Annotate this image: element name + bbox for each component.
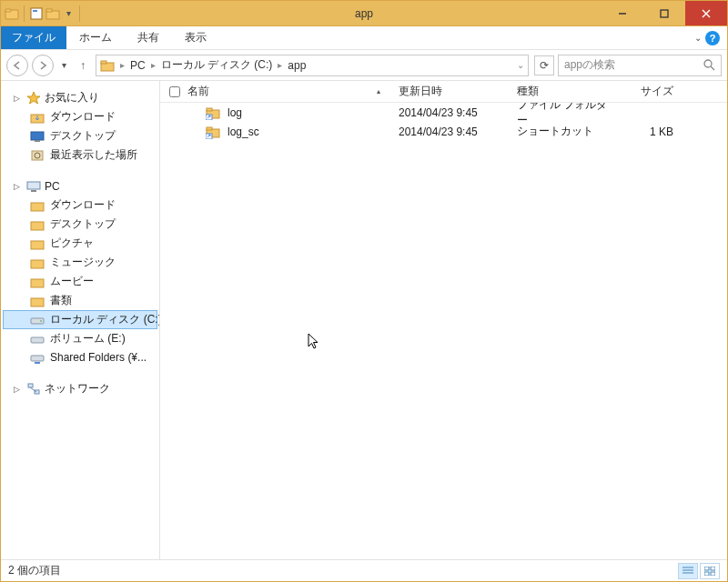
file-date: 2014/04/23 9:45: [399, 125, 517, 138]
svg-rect-2: [31, 8, 42, 19]
table-row[interactable]: log 2014/04/23 9:45 ファイル フォルダー: [160, 103, 727, 122]
search-icon: [703, 59, 715, 71]
sidebar-item-documents[interactable]: 書類: [3, 291, 157, 310]
network-drive-icon: [30, 350, 45, 365]
svg-line-8: [703, 10, 710, 17]
svg-rect-24: [31, 241, 44, 249]
column-type[interactable]: 種類: [517, 84, 617, 99]
sidebar-item-desktop[interactable]: デスクトップ: [3, 126, 157, 146]
sidebar-item-music[interactable]: ミュージック: [3, 253, 157, 272]
nav-forward-button[interactable]: [32, 55, 54, 76]
sidebar-item-shared-folders[interactable]: Shared Folders (¥...: [3, 348, 157, 366]
sidebar-network[interactable]: ▷ ネットワーク: [3, 379, 157, 398]
view-icons-button[interactable]: [700, 563, 720, 579]
svg-rect-5: [46, 9, 52, 12]
svg-rect-16: [31, 132, 44, 140]
sidebar-pc-label: PC: [45, 180, 60, 193]
folder-shortcut-icon: [206, 125, 220, 139]
pc-icon: [26, 179, 41, 194]
nav-up-button[interactable]: ↑: [74, 59, 92, 72]
search-input[interactable]: appの検索: [558, 55, 722, 76]
sidebar-item-videos[interactable]: ムービー: [3, 272, 157, 291]
column-name[interactable]: 名前 ▴: [184, 84, 399, 99]
sidebar-item-downloads[interactable]: ダウンロード: [3, 107, 157, 126]
chevron-right-icon: ▷: [14, 385, 23, 394]
ribbon-expand-icon[interactable]: ⌄: [694, 33, 702, 43]
sidebar-item-pc-desktop[interactable]: デスクトップ: [3, 215, 157, 234]
svg-rect-1: [5, 9, 11, 12]
svg-rect-3: [33, 10, 37, 12]
search-placeholder: appの検索: [564, 57, 615, 73]
crumb-folder[interactable]: app: [288, 59, 306, 72]
menu-share[interactable]: 共有: [125, 26, 172, 49]
close-button[interactable]: [685, 1, 727, 25]
sidebar-item-drive-e[interactable]: ボリューム (E:): [3, 329, 157, 348]
menu-file[interactable]: ファイル: [1, 26, 66, 49]
column-size[interactable]: サイズ: [617, 84, 681, 99]
crumb-sep-icon[interactable]: ▸: [151, 60, 156, 70]
sidebar-network-label: ネットワーク: [45, 381, 110, 396]
music-folder-icon: [30, 256, 45, 270]
svg-point-12: [704, 60, 712, 67]
file-list[interactable]: log 2014/04/23 9:45 ファイル フォルダー log_sc 20…: [160, 103, 727, 559]
videos-folder-icon: [30, 275, 45, 289]
chevron-right-icon: ▷: [14, 182, 23, 191]
file-name: log: [228, 106, 242, 119]
qat-open-folder-icon[interactable]: [46, 6, 60, 21]
status-item-count: 2 個の項目: [8, 563, 61, 578]
crumb-sep-icon[interactable]: ▸: [278, 60, 282, 70]
menubar: ファイル ホーム 共有 表示 ⌄ ?: [1, 26, 727, 50]
sidebar-pc[interactable]: ▷ PC: [3, 177, 157, 196]
svg-line-9: [703, 10, 710, 17]
svg-rect-31: [31, 356, 44, 361]
menu-home[interactable]: ホーム: [66, 26, 125, 49]
view-details-button[interactable]: [678, 563, 698, 579]
nav-history-dropdown[interactable]: ▾: [57, 60, 70, 70]
star-icon: [26, 91, 41, 105]
file-type: ショートカット: [517, 124, 617, 139]
address-bar: ▾ ↑ ▸ PC ▸ ローカル ディスク (C:) ▸ app ⌄ ⟳ appの…: [1, 50, 727, 81]
documents-folder-icon: [30, 294, 45, 308]
nav-back-button[interactable]: [6, 55, 28, 76]
table-row[interactable]: log_sc 2014/04/23 9:45 ショートカット 1 KB: [160, 122, 727, 141]
help-icon[interactable]: ?: [705, 31, 720, 45]
sidebar-favorites-label: お気に入り: [45, 90, 99, 105]
download-folder-icon: [30, 110, 45, 125]
select-all-checkbox[interactable]: [166, 86, 184, 97]
column-date[interactable]: 更新日時: [399, 84, 517, 99]
file-name: log_sc: [228, 125, 259, 138]
minimize-button[interactable]: [602, 1, 643, 25]
file-date: 2014/04/23 9:45: [399, 106, 517, 119]
sidebar-favorites[interactable]: ▷ お気に入り: [3, 88, 157, 107]
sidebar-item-drive-c[interactable]: ローカル ディスク (C:): [3, 310, 157, 329]
nav-pane: ▷ お気に入り ダウンロード デスクトップ 最近表示した場所: [1, 81, 160, 559]
crumb-sep-icon[interactable]: ▸: [120, 60, 125, 70]
svg-rect-45: [704, 567, 709, 570]
desktop-folder-icon: [30, 217, 45, 232]
svg-rect-22: [31, 203, 44, 211]
address-box[interactable]: ▸ PC ▸ ローカル ディスク (C:) ▸ app ⌄: [96, 55, 529, 76]
crumb-pc[interactable]: PC: [130, 59, 146, 72]
svg-rect-27: [31, 298, 44, 306]
qat-properties-icon[interactable]: [29, 6, 44, 21]
recent-icon: [30, 148, 45, 163]
network-icon: [26, 382, 41, 396]
svg-rect-40: [207, 127, 212, 130]
sidebar-item-pictures[interactable]: ピクチャ: [3, 234, 157, 253]
crumb-drive[interactable]: ローカル ディスク (C:): [161, 57, 273, 73]
svg-rect-48: [711, 572, 715, 576]
chevron-right-icon: ▷: [14, 94, 23, 103]
qat-dropdown-icon[interactable]: ▾: [62, 8, 75, 18]
maximize-button[interactable]: [643, 1, 685, 25]
address-dropdown-icon[interactable]: ⌄: [517, 60, 524, 70]
address-folder-icon: [100, 58, 115, 73]
svg-rect-46: [711, 567, 715, 570]
sidebar-item-recent[interactable]: 最近表示した場所: [3, 146, 157, 165]
app-folder-icon: [5, 6, 19, 21]
svg-rect-11: [101, 61, 106, 64]
svg-rect-30: [31, 337, 44, 343]
sidebar-item-pc-downloads[interactable]: ダウンロード: [3, 196, 157, 215]
refresh-button[interactable]: ⟳: [534, 55, 554, 75]
folder-shortcut-icon: [206, 105, 220, 120]
menu-view[interactable]: 表示: [172, 26, 219, 49]
